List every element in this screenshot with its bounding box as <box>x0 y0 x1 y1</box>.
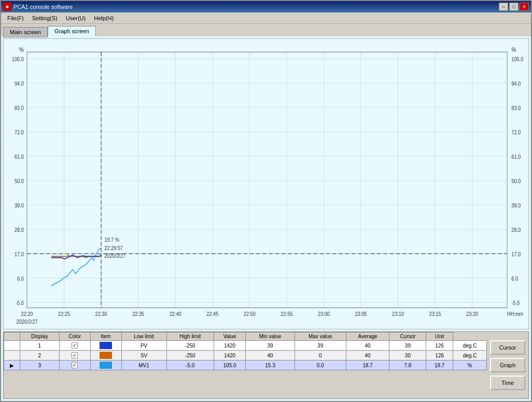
svg-text:%: % <box>511 46 516 53</box>
data-table: Display Color Item Low limit High limit … <box>4 332 487 398</box>
row-cursor: 19.7 <box>426 361 453 370</box>
row-average: 39 <box>389 341 426 351</box>
svg-text:17.0: 17.0 <box>15 251 24 257</box>
svg-text:72.0: 72.0 <box>511 129 521 135</box>
svg-text:39.0: 39.0 <box>511 202 521 209</box>
row-low-limit: -5.0 <box>166 361 214 370</box>
svg-text:2020/2/27: 2020/2/27 <box>17 318 38 325</box>
col-high-limit: High limit <box>166 332 214 341</box>
row-max-value: 18.7 <box>346 361 389 370</box>
svg-text:50.0: 50.0 <box>511 178 521 184</box>
svg-text:83.0: 83.0 <box>511 105 521 111</box>
close-button[interactable]: ✕ <box>520 3 529 11</box>
row-item: MV1 <box>121 361 166 370</box>
maximize-button[interactable]: □ <box>509 3 519 11</box>
row-display[interactable] <box>59 361 90 370</box>
svg-text:-5.0: -5.0 <box>16 300 24 306</box>
minimize-button[interactable]: ─ <box>499 3 508 11</box>
table-row[interactable]: 1PV-250142039394039126deg.C <box>4 341 487 351</box>
svg-text:22:25: 22:25 <box>58 311 70 317</box>
row-low-limit: -250 <box>166 351 214 361</box>
row-low-limit: -250 <box>166 341 214 351</box>
row-num: 3 <box>20 361 59 370</box>
row-value: 39 <box>246 341 295 351</box>
row-indicator <box>4 351 20 361</box>
row-high-limit: 1420 <box>214 351 246 361</box>
col-low-limit: Low limit <box>121 332 166 341</box>
row-color <box>90 361 121 370</box>
svg-text:22:29:57: 22:29:57 <box>104 245 123 251</box>
svg-text:23:05: 23:05 <box>355 311 367 317</box>
svg-text:22:55: 22:55 <box>281 311 292 317</box>
measurements-table: Display Color Item Low limit High limit … <box>4 332 487 370</box>
row-item: PV <box>121 341 166 351</box>
menu-user[interactable]: User(U) <box>62 14 90 22</box>
window-title: PCA1 console software <box>13 4 499 10</box>
row-average: 7.8 <box>389 361 426 370</box>
svg-text:22:40: 22:40 <box>170 311 181 317</box>
svg-text:22:20: 22:20 <box>21 311 33 317</box>
graph-svg: % 105.0 94.0 83.0 72.0 61.0 50.0 39.0 28… <box>4 39 528 329</box>
col-unit: Unit <box>426 332 453 341</box>
row-color <box>90 341 121 351</box>
row-display[interactable] <box>59 341 90 351</box>
title-bar: ■ PCA1 console software ─ □ ✕ <box>1 1 531 12</box>
tab-bar: Main screen Graph screen <box>1 24 531 36</box>
menu-help[interactable]: Help(H) <box>90 14 118 22</box>
row-min-value: 0 <box>295 351 346 361</box>
svg-text:23:00: 23:00 <box>318 311 330 317</box>
svg-text:-5.0: -5.0 <box>511 300 520 306</box>
row-cursor: 126 <box>426 341 453 351</box>
cursor-button[interactable]: Cursor <box>490 340 525 355</box>
table-row[interactable]: 2SV-25014204004030126deg.C <box>4 351 487 361</box>
svg-text:105.0: 105.0 <box>511 56 523 62</box>
row-max-value: 40 <box>346 341 389 351</box>
app-icon: ■ <box>3 3 11 11</box>
menu-bar: File(F) Setting(S) User(U) Help(H) <box>1 12 531 24</box>
svg-text:2020/2/27: 2020/2/27 <box>104 253 125 259</box>
row-high-limit: 1420 <box>214 341 246 351</box>
row-indicator <box>4 341 20 351</box>
svg-text:17.0: 17.0 <box>511 251 521 257</box>
table-row[interactable]: ▶3MV1-5.0105.015.30.018.77.819.7% <box>4 361 487 370</box>
col-max-value: Max value <box>295 332 346 341</box>
svg-text:%: % <box>19 46 24 53</box>
svg-text:23:20: 23:20 <box>466 311 478 317</box>
tab-main-screen[interactable]: Main screen <box>3 27 48 37</box>
row-value: 15.3 <box>246 361 295 370</box>
row-color <box>90 351 121 361</box>
graph-button[interactable]: Graph <box>490 358 525 372</box>
svg-text:94.0: 94.0 <box>15 80 24 87</box>
menu-setting[interactable]: Setting(S) <box>28 14 62 22</box>
svg-text:72.0: 72.0 <box>15 129 24 135</box>
col-cursor: Cursor <box>389 332 426 341</box>
col-display: Display <box>20 332 59 341</box>
row-min-value: 39 <box>295 341 346 351</box>
svg-text:23:15: 23:15 <box>429 311 441 317</box>
row-high-limit: 105.0 <box>214 361 246 370</box>
svg-text:105.0: 105.0 <box>12 56 24 62</box>
svg-text:61.0: 61.0 <box>15 154 24 160</box>
main-window: ■ PCA1 console software ─ □ ✕ File(F) Se… <box>0 0 532 402</box>
side-buttons: Cursor Graph Time <box>487 332 528 398</box>
tab-graph-screen[interactable]: Graph screen <box>48 26 96 36</box>
menu-file[interactable]: File(F) <box>3 14 28 22</box>
row-average: 30 <box>389 351 426 361</box>
row-num: 1 <box>20 341 59 351</box>
svg-text:22:30: 22:30 <box>95 311 107 317</box>
col-min-value: Min value <box>246 332 295 341</box>
svg-text:23:10: 23:10 <box>392 311 404 317</box>
row-display[interactable] <box>59 351 90 361</box>
col-average: Average <box>346 332 389 341</box>
row-item: SV <box>121 351 166 361</box>
time-button[interactable]: Time <box>490 376 525 390</box>
graph-container[interactable]: % 105.0 94.0 83.0 72.0 61.0 50.0 39.0 28… <box>3 38 529 329</box>
row-min-value: 0.0 <box>295 361 346 370</box>
svg-text:22:45: 22:45 <box>206 311 218 317</box>
svg-rect-0 <box>4 39 528 329</box>
row-cursor: 126 <box>426 351 453 361</box>
row-num: 2 <box>20 351 59 361</box>
svg-text:28.0: 28.0 <box>15 227 24 233</box>
svg-text:39.0: 39.0 <box>15 202 24 209</box>
svg-text:6.0: 6.0 <box>511 275 518 282</box>
